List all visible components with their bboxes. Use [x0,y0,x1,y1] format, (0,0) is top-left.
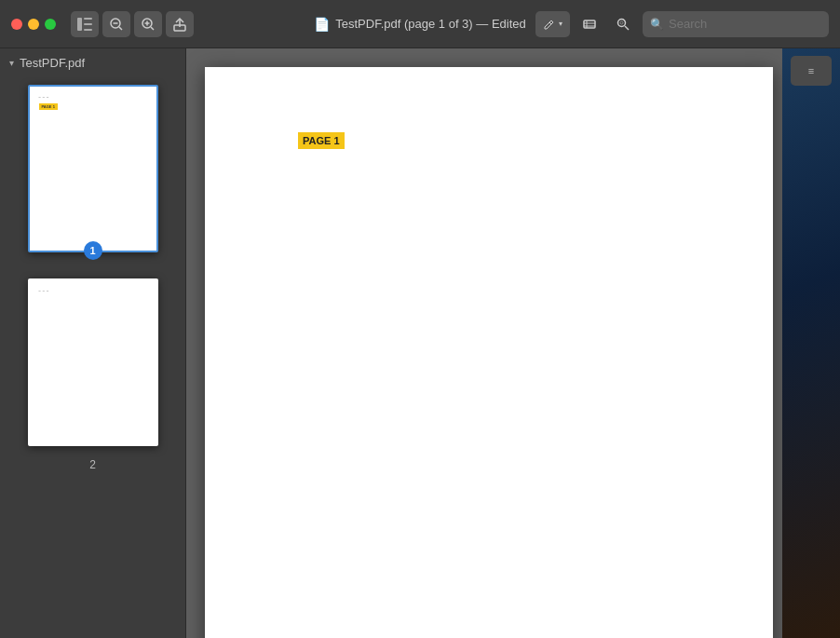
titlebar-right: ▾ 🔍 [535,11,829,37]
titlebar-center: 📄 TestPDF.pdf (page 1 of 3) — Edited [314,17,526,32]
page-badge-1: 1 [84,241,102,260]
pdf-viewer[interactable]: PAGE 1 [186,48,782,638]
sidebar-chevron: ▾ [9,58,14,68]
svg-rect-0 [77,18,82,31]
thumbnail-frame-2: ─ ─ ─ [28,278,158,446]
thumbnail-frame-1: ─ ─ ─ PAGE 1 [28,85,158,252]
close-button[interactable] [11,19,22,30]
svg-line-10 [151,27,154,30]
svg-line-13 [549,22,551,24]
sidebar: ▾ TestPDF.pdf ─ ─ ─ PAGE 1 1 ─ ─ ─ [0,48,186,638]
share-button[interactable] [166,11,194,37]
zoom-in-button[interactable] [134,11,162,37]
sidebar-title: TestPDF.pdf [20,56,85,70]
sidebar-toggle-button[interactable] [71,11,99,37]
svg-line-6 [119,27,122,30]
search-container: 🔍 [643,11,829,37]
svg-line-19 [625,26,629,30]
svg-rect-2 [84,23,92,25]
search-input[interactable] [643,11,829,37]
pdf-icon: 📄 [314,17,330,32]
svg-point-20 [620,21,623,24]
svg-rect-1 [84,18,92,20]
find-button[interactable] [609,11,637,37]
page-label-2: 2 [89,455,96,472]
maximize-button[interactable] [45,19,56,30]
svg-rect-3 [84,29,92,31]
thumbnail-container: ─ ─ ─ PAGE 1 1 ─ ─ ─ 2 [0,77,185,480]
toolbar-buttons [71,11,194,37]
page-annotation[interactable]: PAGE 1 [298,132,345,149]
thumbnail-item-1[interactable]: ─ ─ ─ PAGE 1 1 [28,85,158,252]
svg-point-18 [618,19,626,26]
window-title: TestPDF.pdf (page 1 of 3) — Edited [335,17,526,31]
minimize-button[interactable] [28,19,39,30]
right-panel: ≡ [782,48,840,638]
titlebar: 📄 TestPDF.pdf (page 1 of 3) — Edited ▾ [0,0,840,48]
titlebar-left [11,11,194,37]
redact-button[interactable] [576,11,603,37]
main-area: ▾ TestPDF.pdf ─ ─ ─ PAGE 1 1 ─ ─ ─ [0,48,840,638]
svg-rect-14 [584,20,595,28]
markup-button[interactable]: ▾ [535,11,570,37]
pdf-page-1: PAGE 1 [205,67,773,638]
right-panel-btn-1[interactable]: ≡ [791,56,832,86]
traffic-lights [11,19,56,30]
sidebar-header[interactable]: ▾ TestPDF.pdf [0,48,185,77]
zoom-out-button[interactable] [102,11,130,37]
thumbnail-item-2[interactable]: ─ ─ ─ 2 [28,278,158,472]
